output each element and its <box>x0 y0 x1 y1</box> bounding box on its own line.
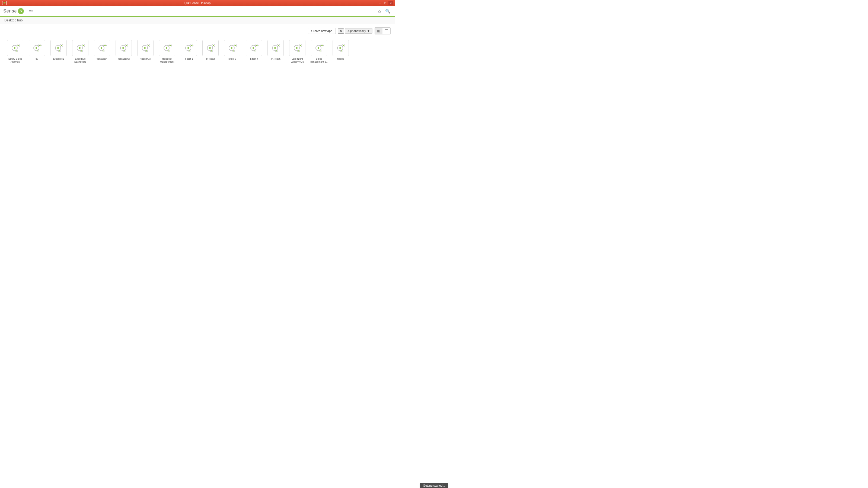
svg-point-114 <box>254 51 255 52</box>
app-icon-wrap <box>94 40 110 56</box>
svg-line-66 <box>146 50 146 50</box>
list-view-icon: ☰ <box>384 29 388 33</box>
app-icon <box>2 1 6 5</box>
home-button[interactable]: ⌂ <box>377 8 382 14</box>
window-title: Qlik Sense Desktop <box>184 1 211 5</box>
svg-point-96 <box>211 51 212 52</box>
app-label: jk test 1 <box>184 58 193 61</box>
svg-point-149 <box>343 45 344 46</box>
svg-point-141 <box>319 51 321 52</box>
app-tile[interactable]: fightagain2 <box>113 38 134 66</box>
app-icon-wrap <box>203 40 219 56</box>
svg-point-94 <box>209 47 211 49</box>
app-icon-wrap <box>333 40 349 56</box>
app-tile[interactable]: Helpdesk Management <box>156 38 178 66</box>
svg-point-51 <box>102 51 104 52</box>
app-label: eu <box>35 58 38 61</box>
restore-button[interactable]: □ <box>383 1 388 5</box>
app-tile[interactable]: jk test 4 <box>243 38 265 66</box>
app-tile[interactable]: Sales Management &... <box>308 38 330 66</box>
app-icon-wrap <box>7 40 23 56</box>
search-button[interactable]: 🔍 <box>384 8 392 15</box>
app-tile[interactable]: uappp <box>330 38 351 66</box>
svg-line-120 <box>276 50 276 50</box>
view-toggle: ⊞ ☰ <box>375 27 391 34</box>
svg-point-5 <box>5 2 5 3</box>
app-label: Health4All <box>140 58 151 61</box>
app-label: jk test 4 <box>250 58 258 61</box>
app-label: uappp <box>337 58 344 61</box>
svg-point-23 <box>39 45 41 46</box>
app-tile[interactable]: eu <box>26 38 48 66</box>
app-tile[interactable]: fightagain <box>91 38 113 66</box>
app-label: Example1 <box>53 58 64 61</box>
window-controls: ─ □ ✕ <box>378 1 393 5</box>
grid-view-icon: ⊞ <box>377 29 380 33</box>
close-button[interactable]: ✕ <box>389 1 393 5</box>
svg-line-75 <box>167 50 168 50</box>
app-label: JK Test 5 <box>271 58 281 61</box>
minimize-button[interactable]: ─ <box>378 1 382 5</box>
svg-point-14 <box>18 45 19 46</box>
app-label: Helpdesk Management <box>157 58 177 63</box>
svg-point-31 <box>57 47 59 49</box>
svg-point-105 <box>233 51 234 52</box>
svg-point-140 <box>321 45 323 46</box>
svg-point-76 <box>166 47 167 49</box>
app-icon-wrap <box>137 40 154 56</box>
svg-point-122 <box>278 45 279 46</box>
app-label: Sales Management &... <box>309 58 329 63</box>
toolbar-menu[interactable]: ≡ ▾ <box>27 8 34 14</box>
svg-point-40 <box>79 47 81 49</box>
svg-point-95 <box>213 45 214 46</box>
svg-point-49 <box>101 47 102 49</box>
app-tile[interactable]: jk test 1 <box>178 38 199 66</box>
app-tile[interactable]: Equity Sales Analysis <box>4 38 26 66</box>
svg-point-13 <box>14 47 16 49</box>
app-tile[interactable]: jk test 2 <box>199 38 221 66</box>
sort-dropdown[interactable]: Alphabetically ▼ <box>345 28 372 34</box>
grid-view-button[interactable]: ⊞ <box>375 28 382 34</box>
main-content: Create new app ⇅ Alphabetically ▼ ⊞ ☰ <box>0 24 395 69</box>
app-icon-wrap <box>29 40 45 56</box>
svg-point-4 <box>3 2 4 3</box>
svg-point-123 <box>276 51 277 52</box>
menu-icon: ≡ <box>29 9 31 13</box>
sort-arrow-icon: ▼ <box>367 29 370 33</box>
breadcrumb-label: Desktop hub <box>4 19 23 22</box>
svg-point-15 <box>16 51 17 52</box>
svg-point-22 <box>35 47 37 49</box>
svg-line-93 <box>211 50 211 50</box>
app-label: fightagain2 <box>118 58 130 61</box>
app-tile[interactable]: Example1 <box>48 38 69 66</box>
app-tile[interactable]: Health4All <box>134 38 156 66</box>
app-label: Executive Dashboard <box>70 58 90 63</box>
svg-point-103 <box>231 47 232 49</box>
svg-point-78 <box>167 51 169 52</box>
svg-point-50 <box>104 45 106 46</box>
app-tile[interactable]: Late Night Lunacy v1.0 <box>286 38 308 66</box>
svg-point-132 <box>298 51 299 52</box>
app-tile[interactable]: jk test 3 <box>221 38 243 66</box>
app-tile[interactable]: Executive Dashboard <box>69 38 91 66</box>
svg-point-67 <box>144 47 146 49</box>
sort-controls: ⇅ Alphabetically ▼ <box>338 28 372 34</box>
toolbar-right: ⌂ 🔍 <box>377 8 392 15</box>
menu-button[interactable]: ≡ ▾ <box>27 8 34 14</box>
svg-point-85 <box>187 47 189 49</box>
app-tile[interactable]: JK Test 5 <box>265 38 286 66</box>
app-label: fightagain <box>97 58 107 61</box>
svg-point-87 <box>189 51 190 52</box>
app-icon-wrap <box>159 40 175 56</box>
create-new-app-button[interactable]: Create new app <box>308 28 336 34</box>
sense-icon: S <box>18 8 24 14</box>
svg-point-24 <box>37 51 38 52</box>
menu-arrow: ▾ <box>31 9 33 13</box>
topbar: Create new app ⇅ Alphabetically ▼ ⊞ ☰ <box>4 27 391 34</box>
svg-line-129 <box>298 50 298 50</box>
svg-point-104 <box>235 45 236 46</box>
svg-point-150 <box>341 51 342 52</box>
sense-logo: Sense S <box>3 8 24 14</box>
sort-toggle-button[interactable]: ⇅ <box>338 29 344 34</box>
list-view-button[interactable]: ☰ <box>382 28 390 34</box>
